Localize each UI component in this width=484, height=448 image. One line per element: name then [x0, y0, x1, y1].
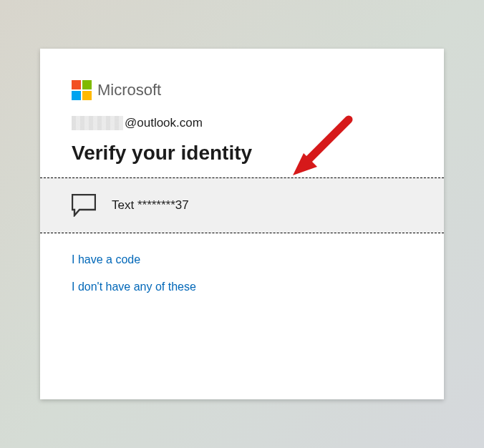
- none-of-these-link[interactable]: I don't have any of these: [72, 281, 196, 293]
- have-code-link[interactable]: I have a code: [72, 253, 140, 266]
- page-title: Verify your identity: [72, 142, 412, 165]
- verify-option-label: Text ********37: [112, 198, 189, 213]
- brand-row: Microsoft: [72, 80, 412, 100]
- alternate-links: I have a code I don't have any of these: [40, 233, 444, 328]
- username-redacted: [72, 116, 123, 130]
- microsoft-logo-icon: [72, 80, 92, 100]
- verify-option-text[interactable]: Text ********37: [40, 177, 444, 233]
- account-domain: @outlook.com: [125, 116, 203, 130]
- card-header: Microsoft @outlook.com Verify your ident…: [40, 49, 444, 165]
- account-identity: @outlook.com: [72, 116, 412, 130]
- brand-name: Microsoft: [97, 81, 161, 99]
- text-message-icon: [72, 194, 96, 217]
- verify-identity-card: Microsoft @outlook.com Verify your ident…: [40, 49, 444, 399]
